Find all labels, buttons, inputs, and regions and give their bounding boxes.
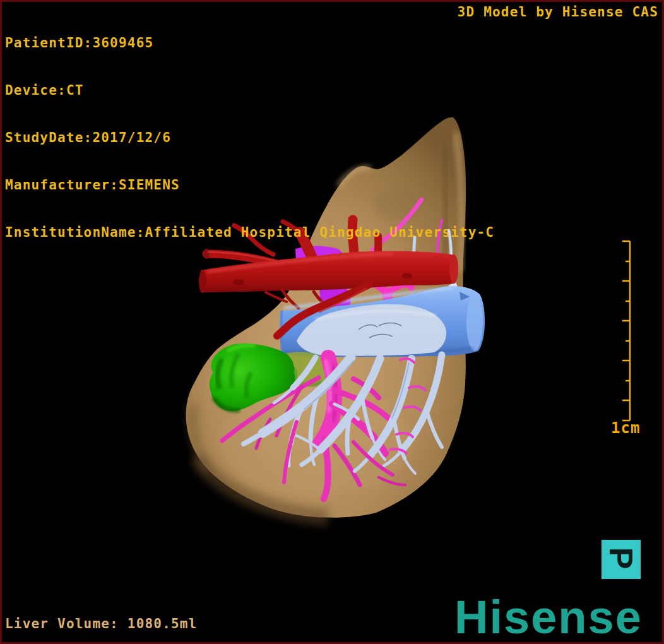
scale-label: 1cm: [611, 419, 640, 437]
scale-bar: 1cm: [606, 234, 656, 442]
viewer-window: PatientID:3609465 Device:CT StudyDate:20…: [0, 0, 664, 644]
scale-bar-ticks: [606, 234, 656, 442]
study-date-text: StudyDate:2017/12/6: [5, 130, 494, 146]
device-text: Device:CT: [5, 83, 494, 98]
watermark-text: 3D Model by Hisense CAS: [458, 4, 658, 20]
orientation-marker-letter: P: [605, 547, 637, 569]
orientation-marker: P: [602, 540, 641, 579]
patient-info-block: PatientID:3609465 Device:CT StudyDate:20…: [5, 4, 494, 272]
hisense-logo: Hisense: [454, 594, 643, 641]
liver-volume-text: Liver Volume: 1080.5ml: [5, 616, 198, 632]
manufacturer-text: Manufacturer:SIEMENS: [5, 177, 494, 193]
patient-id-text: PatientID:3609465: [5, 35, 494, 51]
institution-text: InstitutionName:Affiliated Hospital Qing…: [5, 225, 494, 241]
